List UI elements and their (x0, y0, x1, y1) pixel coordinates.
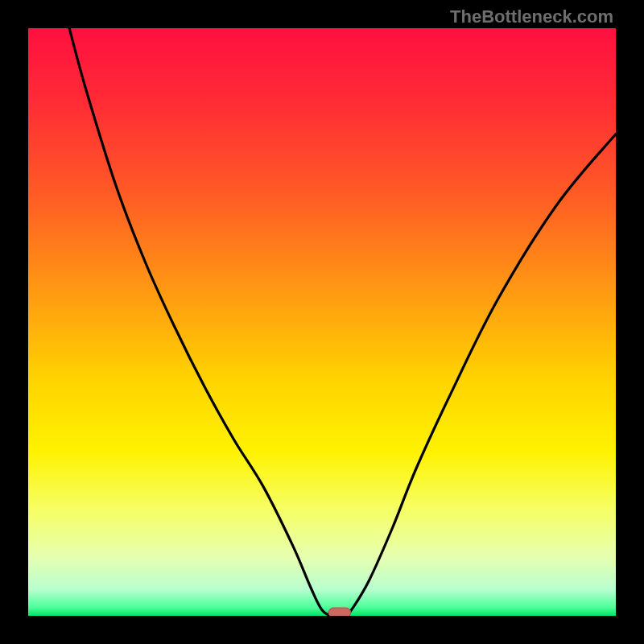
bottleneck-curve (28, 28, 616, 616)
plot-area (28, 28, 616, 616)
optimal-marker (328, 608, 351, 616)
chart-frame: { "watermark": "TheBottleneck.com", "col… (0, 0, 644, 644)
watermark-text: TheBottleneck.com (450, 6, 613, 27)
